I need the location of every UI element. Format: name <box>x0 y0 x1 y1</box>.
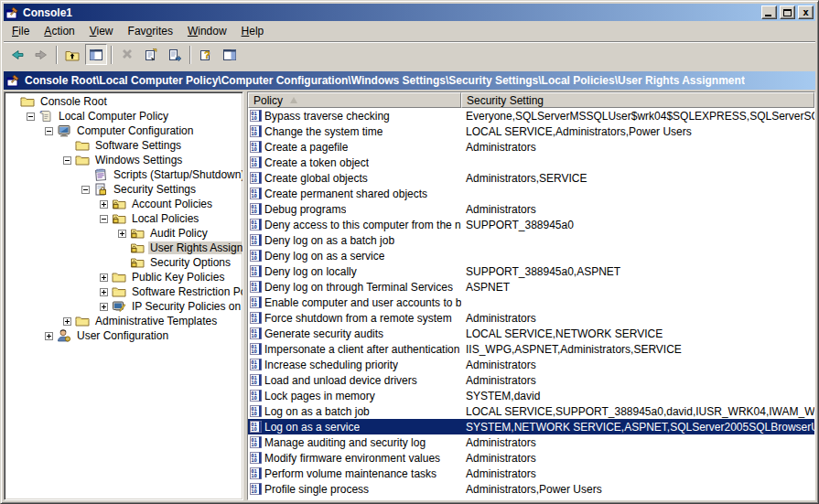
menu-item-action[interactable]: Action <box>37 23 81 39</box>
tree-item-user-configuration[interactable]: User Configuration <box>6 328 242 343</box>
minimize-button[interactable] <box>761 5 777 19</box>
menu-item-help[interactable]: Help <box>234 23 272 39</box>
menu-item-file[interactable]: File <box>5 23 37 39</box>
list-row[interactable]: 0110Lock pages in memorySYSTEM,david <box>248 388 814 403</box>
policy-doc-icon: 0110 <box>250 452 262 464</box>
tree-item-ip-security-policies[interactable]: IP Security Policies on Local C <box>6 299 242 314</box>
tree-item-user-rights-assignment[interactable]: User Rights Assignment <box>6 241 242 255</box>
policy-label: Deny log on as a service <box>264 250 384 263</box>
back-button[interactable] <box>6 44 28 65</box>
delete-button[interactable] <box>116 44 138 65</box>
menu-item-favorites[interactable]: Favorites <box>121 23 180 39</box>
tree-item-software-restriction-policies[interactable]: Software Restriction Policies <box>6 284 242 299</box>
collapse-toggle-icon[interactable] <box>81 186 90 194</box>
policy-cell: 0110Force shutdown from a remote system <box>248 312 461 325</box>
list-row[interactable]: 0110Impersonate a client after authentic… <box>248 341 814 357</box>
properties-button[interactable] <box>140 44 162 65</box>
tree-item-local-policies[interactable]: Local Policies <box>6 211 242 226</box>
security-setting-value: Administrators <box>461 312 814 325</box>
collapse-toggle-icon[interactable] <box>100 215 108 223</box>
svg-text:10: 10 <box>251 364 257 370</box>
maximize-button[interactable] <box>780 5 795 19</box>
folder-icon <box>75 153 90 167</box>
tree-item-local-computer-policy[interactable]: Local Computer Policy <box>6 109 242 123</box>
list-row[interactable]: 0110Debug programsAdministrators <box>248 201 814 217</box>
mmc-icon <box>5 5 20 20</box>
list-row[interactable]: 0110Deny access to this computer from th… <box>248 217 814 232</box>
list-row[interactable]: 0110Modify firmware environment valuesAd… <box>248 450 814 466</box>
list-row[interactable]: 0110Deny log on locallySUPPORT_388945a0,… <box>248 263 814 279</box>
tree-item-administrative-templates[interactable]: Administrative Templates <box>6 314 242 328</box>
list-row[interactable]: 0110Change the system timeLOCAL SERVICE,… <box>248 123 814 139</box>
tree-item-label: Public Key Policies <box>130 271 226 284</box>
expand-toggle-icon[interactable] <box>45 332 53 340</box>
column-header-security-setting[interactable]: Security Setting <box>461 92 814 108</box>
tree-item-software-settings[interactable]: Software Settings <box>6 138 242 153</box>
column-header-policy[interactable]: Policy <box>248 92 461 108</box>
policy-list: 0110Bypass traverse checkingEveryone,SQL… <box>248 108 814 499</box>
list-row[interactable]: 0110Deny log on as a service <box>248 248 814 263</box>
expand-toggle-icon[interactable] <box>63 317 71 326</box>
show-action-pane-button[interactable] <box>219 44 241 65</box>
expand-toggle-icon[interactable] <box>100 200 108 209</box>
list-row[interactable]: 0110Generate security auditsLOCAL SERVIC… <box>248 326 814 341</box>
list-row[interactable]: 0110Log on as a batch jobLOCAL SERVICE,S… <box>248 403 814 419</box>
show-console-tree-button[interactable] <box>85 44 107 65</box>
security-setting-value: LOCAL SERVICE,Administrators,Power Users <box>461 125 814 138</box>
collapse-toggle-icon[interactable] <box>45 127 53 135</box>
tree-item-security-options[interactable]: Security Options <box>6 255 242 270</box>
menu-item-label: Fav <box>128 25 146 38</box>
folder-lock-icon <box>130 226 145 241</box>
list-row[interactable]: 0110Force shutdown from a remote systemA… <box>248 310 814 326</box>
tree-item-label: Account Policies <box>130 198 214 210</box>
expand-toggle-icon[interactable] <box>118 230 126 238</box>
list-row[interactable]: 0110Enable computer and user accounts to… <box>248 295 814 310</box>
list-row[interactable]: 0110Deny log on through Terminal Service… <box>248 279 814 295</box>
collapse-toggle-icon[interactable] <box>27 113 35 121</box>
list-row[interactable]: 0110Create a pagefileAdministrators <box>248 139 814 155</box>
tree-item-audit-policy[interactable]: Audit Policy <box>6 226 242 241</box>
list-row[interactable]: 0110Load and unload device driversAdmini… <box>248 372 814 388</box>
menu-item-window[interactable]: Window <box>180 23 234 39</box>
list-row[interactable]: 0110Create a token object <box>248 155 814 170</box>
tree-item-console-root[interactable]: Console Root <box>6 94 242 109</box>
svg-text:10: 10 <box>251 209 257 214</box>
help-button[interactable]: ? <box>195 44 217 65</box>
policy-doc-icon: 0110 <box>250 265 262 277</box>
export-list-button[interactable] <box>164 44 186 65</box>
expand-toggle-icon[interactable] <box>100 303 108 311</box>
list-row[interactable]: 0110Deny log on as a batch job <box>248 232 814 248</box>
expand-toggle-icon[interactable] <box>100 273 108 282</box>
tree-item-computer-configuration[interactable]: Computer Configuration <box>6 123 242 138</box>
list-row[interactable]: 0110Increase scheduling priorityAdminist… <box>248 357 814 372</box>
list-row[interactable]: 0110Profile single processAdministrators… <box>248 481 814 497</box>
toolbar-separator <box>56 46 58 64</box>
list-row[interactable]: 0110Create global objectsAdministrators,… <box>248 170 814 186</box>
close-button[interactable]: x <box>798 5 814 19</box>
tree-item-account-policies[interactable]: Account Policies <box>6 197 242 211</box>
tree-item-label: Local Policies <box>130 212 200 225</box>
policy-doc-icon: 0110 <box>250 359 262 370</box>
up-one-level-button[interactable] <box>61 44 83 65</box>
title-bar: Console1 x <box>4 4 815 21</box>
collapse-toggle-icon[interactable] <box>63 156 71 165</box>
policy-doc-icon: 0110 <box>250 390 262 402</box>
svg-text:10: 10 <box>251 426 257 432</box>
tree-item-windows-settings[interactable]: Windows Settings <box>6 153 242 167</box>
list-row[interactable]: 0110Bypass traverse checkingEveryone,SQL… <box>248 108 814 123</box>
policy-doc-icon: 0110 <box>250 203 262 215</box>
tree-item-public-key-policies[interactable]: Public Key Policies <box>6 270 242 284</box>
tree-item-security-settings[interactable]: Security Settings <box>6 182 242 197</box>
list-row[interactable]: 0110Manage auditing and security logAdmi… <box>248 434 814 450</box>
policy-doc-icon: 0110 <box>250 327 262 339</box>
forward-button[interactable] <box>30 44 52 65</box>
expand-toggle-icon[interactable] <box>100 288 108 296</box>
list-row[interactable]: 0110Perform volume maintenance tasksAdmi… <box>248 466 814 481</box>
tree-item-scripts-startup-shutdown[interactable]: Scripts (Startup/Shutdown) <box>6 167 242 182</box>
policy-doc-icon: 0110 <box>250 467 262 479</box>
menu-item-view[interactable]: View <box>82 23 121 39</box>
list-row[interactable]: 0110Log on as a serviceSYSTEM,NETWORK SE… <box>248 419 814 434</box>
list-row[interactable]: 0110Create permanent shared objects <box>248 186 814 201</box>
policy-label: Create a pagefile <box>264 141 348 154</box>
policy-cell: 0110Bypass traverse checking <box>248 110 461 123</box>
